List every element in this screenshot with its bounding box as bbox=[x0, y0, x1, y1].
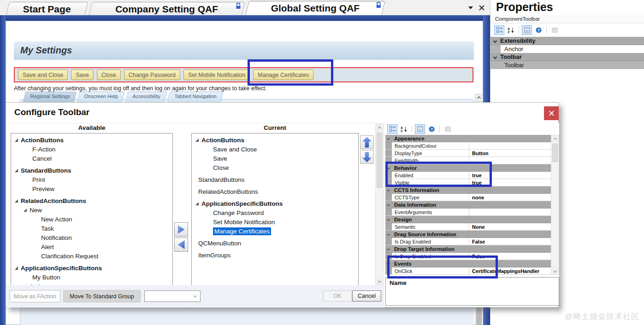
tree-item[interactable]: My Button bbox=[11, 273, 172, 282]
tree-item[interactable]: ApplicationSpecificButtons bbox=[192, 199, 358, 208]
dialog-scrollbar[interactable] bbox=[375, 124, 384, 285]
property-row[interactable]: Is Drag EnabledFalse bbox=[385, 238, 551, 245]
cancel-button[interactable]: Cancel bbox=[352, 290, 381, 302]
tree-item[interactable]: Task bbox=[11, 224, 172, 233]
tree-item[interactable]: F-Action bbox=[11, 145, 172, 154]
tree-item[interactable]: ApplicationSpecificButtons bbox=[11, 263, 172, 273]
sort-alphabetical-icon[interactable]: AZ bbox=[506, 25, 516, 35]
tree-item[interactable]: Set Mobile Notification bbox=[192, 217, 358, 226]
property-value[interactable] bbox=[469, 157, 551, 164]
property-row[interactable]: Is Drop EnabledFalse bbox=[385, 253, 551, 260]
available-list[interactable]: ActionButtonsF-ActionCancelStandardButto… bbox=[11, 133, 173, 285]
sub-tab[interactable]: Regional Settings bbox=[23, 92, 77, 103]
tab-list-dropdown-icon[interactable] bbox=[468, 6, 473, 9]
page-toolbar-button[interactable]: Save and Close bbox=[18, 70, 68, 80]
property-category-header[interactable]: Appearance bbox=[385, 135, 551, 142]
document-tab[interactable]: Global Setting QAF bbox=[245, 1, 385, 15]
tree-item[interactable]: ItemGroups bbox=[192, 250, 358, 260]
property-row[interactable]: Enabledtrue bbox=[385, 172, 551, 179]
property-value[interactable]: true bbox=[469, 172, 551, 179]
tree-item[interactable]: Manage Certificates bbox=[192, 226, 358, 236]
close-tab-icon[interactable] bbox=[479, 5, 484, 11]
tree-item[interactable]: StandardButtons bbox=[192, 175, 358, 184]
property-category-header[interactable]: Drop Target Information bbox=[385, 245, 551, 253]
move-up-button[interactable] bbox=[360, 135, 374, 149]
property-category-header[interactable]: Toolbar bbox=[490, 53, 644, 61]
tree-item[interactable]: ActionButtons bbox=[11, 135, 172, 145]
property-category-header[interactable]: CCTS Information bbox=[385, 186, 551, 194]
move-left-button[interactable] bbox=[174, 238, 188, 252]
tree-item[interactable]: Cancel bbox=[11, 154, 172, 163]
property-value[interactable]: CertificateMappingsHandler bbox=[469, 267, 551, 274]
page-scrollbar[interactable] bbox=[475, 308, 483, 325]
property-category-header[interactable]: Drag Source Information bbox=[385, 231, 551, 238]
scroll-up-arrow[interactable] bbox=[376, 124, 383, 132]
property-value[interactable]: False bbox=[469, 253, 551, 260]
move-to-standard-group-button[interactable]: Move To Standard Group bbox=[63, 290, 141, 302]
tree-item[interactable]: Notification bbox=[11, 233, 172, 242]
property-value[interactable] bbox=[469, 142, 551, 149]
tree-item[interactable]: RelatedActionButtons bbox=[11, 196, 172, 205]
property-row[interactable]: CCTSTypenone bbox=[385, 194, 551, 201]
property-row[interactable]: FieldWidth bbox=[385, 157, 551, 164]
page-toolbar-button[interactable]: Close bbox=[97, 70, 121, 80]
tree-item[interactable]: Preview bbox=[11, 184, 172, 193]
move-down-button[interactable] bbox=[360, 150, 374, 164]
group-dropdown[interactable] bbox=[144, 290, 201, 302]
tree-item[interactable]: Change Password bbox=[192, 208, 358, 217]
property-value[interactable] bbox=[469, 209, 551, 215]
move-right-button[interactable] bbox=[174, 222, 188, 237]
property-category-header[interactable]: Extensibility bbox=[490, 37, 644, 45]
property-row[interactable]: SemanticNone bbox=[385, 223, 551, 231]
property-value[interactable]: none bbox=[469, 194, 551, 201]
sub-tab[interactable]: Onscreen Help bbox=[77, 92, 125, 103]
document-tab[interactable]: Start Page bbox=[6, 2, 88, 15]
scroll-down-arrow[interactable] bbox=[551, 267, 559, 274]
tree-item[interactable]: RelatedActionButtons bbox=[192, 187, 358, 196]
page-toolbar-button[interactable]: Manage Certificates bbox=[253, 70, 313, 80]
scrollbar-thumb[interactable] bbox=[377, 133, 382, 188]
scrollbar-thumb[interactable] bbox=[552, 144, 558, 162]
tree-item[interactable]: QCMenuButton bbox=[192, 238, 358, 248]
property-row[interactable]: BackgroundColour bbox=[385, 142, 551, 150]
tree-item[interactable]: Close bbox=[192, 163, 358, 172]
sort-alphabetical-icon[interactable]: AZ bbox=[399, 124, 409, 134]
tree-item[interactable]: Save and Close bbox=[192, 145, 358, 154]
property-pages-icon[interactable] bbox=[549, 25, 560, 35]
move-as-faction-button[interactable]: Move as FAction bbox=[10, 290, 60, 302]
current-list[interactable]: ActionButtonsSave and CloseSaveCloseStan… bbox=[191, 133, 359, 285]
categorized-icon[interactable] bbox=[494, 25, 504, 35]
property-list-icon[interactable] bbox=[522, 25, 532, 35]
property-grid-scrollbar[interactable] bbox=[551, 135, 559, 275]
property-value[interactable]: true bbox=[469, 179, 551, 186]
scroll-up-arrow[interactable] bbox=[551, 135, 559, 143]
tree-item[interactable]: Save bbox=[192, 154, 358, 163]
tree-item[interactable]: Print bbox=[11, 175, 172, 184]
property-value[interactable]: False bbox=[469, 238, 551, 245]
property-category-header[interactable]: Design bbox=[385, 216, 551, 223]
help-icon[interactable]: ? bbox=[533, 25, 544, 35]
property-row[interactable]: EventArguments bbox=[385, 209, 551, 216]
property-list-icon[interactable] bbox=[415, 124, 425, 134]
scrollbar-thumb[interactable] bbox=[476, 308, 482, 325]
page-toolbar-button[interactable]: Set Mobile Notification bbox=[183, 70, 250, 80]
property-category-header[interactable]: Data Information bbox=[385, 201, 551, 209]
ok-button[interactable]: OK bbox=[323, 290, 352, 302]
property-value[interactable]: None bbox=[469, 223, 551, 230]
page-scroll-up-button[interactable] bbox=[475, 94, 483, 102]
property-category-header[interactable]: Behavior bbox=[385, 164, 551, 172]
property-category-header[interactable]: Events bbox=[385, 260, 551, 267]
selected-object-name[interactable]: ComponentToolbar bbox=[490, 15, 644, 23]
property-row[interactable]: OnClickCertificateMappingsHandler bbox=[385, 267, 551, 275]
page-toolbar-button[interactable]: Save bbox=[71, 70, 94, 80]
tree-item[interactable]: New bbox=[11, 205, 172, 215]
tree-item[interactable]: Alert bbox=[11, 242, 172, 251]
categorized-icon[interactable] bbox=[387, 124, 397, 134]
tree-item[interactable]: ActionButtons bbox=[192, 135, 358, 145]
property-row[interactable]: Visibletrue bbox=[385, 179, 551, 186]
property-value[interactable]: Button bbox=[469, 150, 551, 157]
sub-tab[interactable]: Accessibility bbox=[125, 92, 167, 103]
tree-item[interactable]: StandardButtons bbox=[11, 166, 172, 175]
property-item[interactable]: Toolbar bbox=[490, 61, 644, 69]
sub-tab[interactable]: Tabbed Navigation bbox=[167, 92, 224, 103]
